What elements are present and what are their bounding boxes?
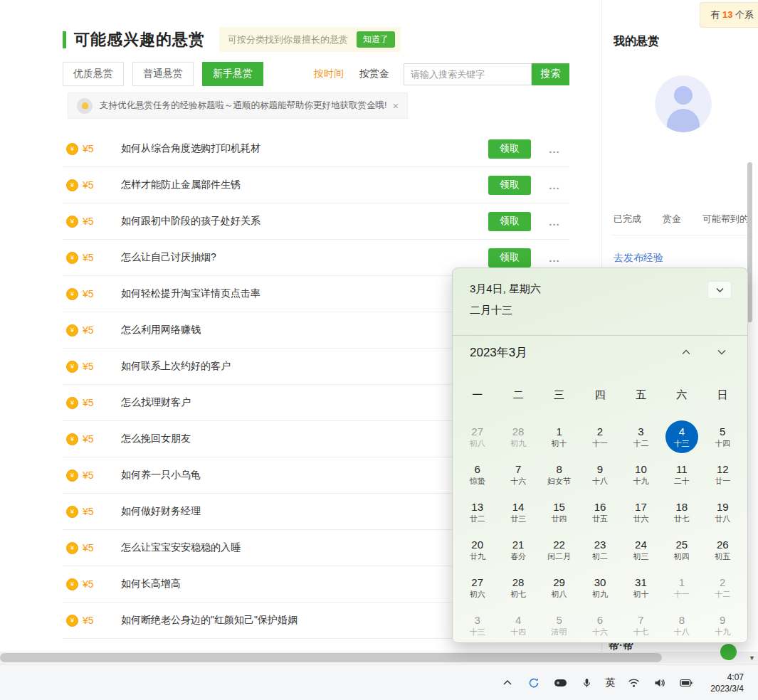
microphone-icon[interactable] [579, 675, 594, 691]
calendar-day-cell[interactable]: 5 清明 [539, 606, 579, 643]
calendar-day-cell[interactable]: 28 初九 [498, 418, 538, 455]
got-it-button[interactable]: 知道了 [357, 31, 395, 48]
calendar-day-cell[interactable]: 22 闰二月 [539, 531, 579, 568]
calendar-day-cell[interactable]: 8 十八 [661, 606, 702, 643]
calendar-collapse-button[interactable] [707, 281, 732, 299]
taskbar-clock[interactable]: 4:07 2023/3/4 [710, 672, 752, 694]
device-icon[interactable] [552, 675, 568, 691]
calendar-prev-button[interactable] [680, 346, 692, 358]
wifi-icon[interactable] [626, 675, 641, 691]
calendar-day-cell[interactable]: 2 十二 [702, 568, 743, 606]
reward-title-link[interactable]: 如何养一只小乌龟 [121, 469, 488, 482]
sync-icon[interactable] [526, 675, 542, 691]
reward-title-link[interactable]: 如何断绝老公身边的"红颜知己"保护婚姻 [121, 614, 488, 627]
calendar-day-cell[interactable]: 15 廿四 [539, 493, 579, 531]
calendar-day-cell[interactable]: 14 廿三 [498, 493, 538, 531]
calendar-day-cell[interactable]: 2 十一 [579, 418, 620, 455]
calendar-day-cell[interactable]: 27 初八 [457, 418, 498, 455]
calendar-day-cell[interactable]: 26 初五 [702, 531, 743, 568]
notification-count: 13 [722, 9, 732, 20]
calendar-day-cell[interactable]: 3 十二 [621, 418, 661, 455]
reward-title-link[interactable]: 如何做好财务经理 [121, 505, 488, 518]
sort-by-time[interactable]: 按时间 [314, 68, 344, 80]
calendar-day-cell[interactable]: 29 初八 [539, 568, 579, 606]
ime-indicator[interactable]: 英 [605, 677, 615, 689]
calendar-day-cell[interactable]: 7 十七 [621, 606, 661, 643]
reward-title-link[interactable]: 如何从综合角度选购打印机耗材 [121, 142, 488, 155]
category-tab[interactable]: 普通悬赏 [132, 62, 194, 86]
reward-title-link[interactable]: 怎么让自己讨厌抽烟? [121, 251, 488, 264]
calendar-day-cell[interactable]: 23 初二 [579, 531, 620, 568]
calendar-day-cell[interactable]: 21 春分 [498, 531, 538, 568]
calendar-day-cell[interactable]: 7 十六 [498, 455, 538, 493]
horizontal-scrollbar[interactable] [0, 652, 758, 664]
volume-icon[interactable] [652, 675, 668, 691]
calendar-day-cell[interactable]: 30 初九 [579, 568, 620, 606]
calendar-day-cell[interactable]: 10 十九 [621, 455, 661, 493]
calendar-day-cell[interactable]: 20 廿九 [457, 531, 498, 568]
calendar-day-cell[interactable]: 18 廿七 [661, 493, 702, 531]
more-button[interactable]: ... [544, 179, 565, 191]
calendar-day-cell[interactable]: 25 初四 [661, 531, 702, 568]
category-tab[interactable]: 优质悬赏 [63, 62, 124, 86]
reward-title-link[interactable]: 怎么利用网络赚钱 [121, 324, 488, 336]
calendar-day-cell[interactable]: 6 惊蛰 [457, 455, 498, 493]
search-input[interactable] [404, 63, 532, 85]
calendar-day-cell[interactable]: 28 初七 [498, 568, 538, 606]
green-badge-icon[interactable] [720, 644, 737, 660]
calendar-day-cell[interactable]: 11 二十 [661, 455, 702, 493]
calendar-day-cell[interactable]: 8 妇女节 [539, 455, 579, 493]
calendar-day-cell[interactable]: 1 初十 [539, 418, 579, 455]
calendar-day-cell[interactable]: 24 初三 [621, 531, 661, 568]
calendar-day-cell[interactable]: 31 初十 [621, 568, 661, 606]
battery-icon[interactable] [678, 675, 694, 691]
reward-title-link[interactable]: 怎么找理财客户 [121, 396, 488, 409]
reward-title-link[interactable]: 如何跟初中阶段的孩子处好关系 [121, 215, 488, 228]
more-button[interactable]: ... [544, 143, 565, 155]
category-tab[interactable]: 新手悬赏 [202, 62, 263, 86]
more-button[interactable]: ... [544, 216, 565, 228]
calendar-day-cell[interactable]: 12 廿一 [702, 455, 743, 493]
calendar-day-cell[interactable]: 13 廿二 [457, 493, 498, 531]
close-icon[interactable]: × [386, 100, 399, 112]
calendar-day-cell[interactable]: 9 十八 [579, 455, 620, 493]
reward-title-link[interactable]: 如何轻松提升淘宝详情页点击率 [121, 287, 488, 300]
scrollbar-down-arrow[interactable]: ▼ [746, 652, 758, 664]
hidden-icons-chevron-icon[interactable] [500, 675, 515, 691]
search-button[interactable]: 搜索 [532, 63, 569, 85]
calendar-day-cell[interactable]: 1 十一 [661, 568, 702, 606]
calendar-day-cell[interactable]: 19 廿八 [702, 493, 743, 531]
reward-title-link[interactable]: 怎么让宝宝安安稳稳的入睡 [121, 541, 488, 554]
reward-title-link[interactable]: 如何联系上次约好的客户 [121, 360, 488, 373]
sidebar-tab[interactable]: 可能帮到的 [702, 213, 749, 226]
calendar-day-cell[interactable]: 16 廿五 [579, 493, 620, 531]
sidebar-tab[interactable]: 赏金 [663, 213, 681, 226]
calendar-day-inner: 5 十四 [706, 420, 739, 453]
claim-button[interactable]: 领取 [488, 139, 531, 159]
sort-by-reward[interactable]: 按赏金 [359, 68, 389, 80]
horizontal-scrollbar-thumb[interactable] [0, 653, 662, 662]
claim-button[interactable]: 领取 [488, 248, 531, 267]
calendar-day-cell[interactable]: 4 十三 [661, 418, 702, 455]
sidebar-tab[interactable]: 已完成 [614, 213, 641, 226]
reward-title-link[interactable]: 怎么挽回女朋友 [121, 433, 488, 445]
calendar-next-button[interactable] [716, 346, 727, 358]
calendar-day-cell[interactable]: 3 十三 [457, 606, 498, 643]
vertical-scrollbar-thumb[interactable] [747, 162, 752, 322]
calendar-day-cell[interactable]: 9 十九 [702, 606, 743, 643]
reward-title-link[interactable]: 如何长高增高 [121, 578, 488, 590]
calendar-day-cell[interactable]: 4 十四 [498, 606, 538, 643]
tip-text: 支持优化悬赏任务的经验标题啦～通顺的标题能帮助你更好地获取赏金哦! [100, 100, 386, 112]
calendar-day-cell[interactable]: 27 初六 [457, 568, 498, 606]
calendar-month-label[interactable]: 2023年3月 [470, 344, 680, 361]
claim-button[interactable]: 领取 [488, 212, 531, 231]
calendar-day-cell[interactable]: 6 十六 [579, 606, 620, 643]
calendar-day-cell[interactable]: 17 廿六 [621, 493, 661, 531]
more-button[interactable]: ... [544, 252, 565, 264]
calendar-day-inner: 12 廿一 [706, 458, 739, 491]
publish-experience-link[interactable]: 去发布经验 [614, 252, 663, 265]
reward-title-link[interactable]: 怎样才能防止金属部件生锈 [121, 179, 488, 191]
claim-button[interactable]: 领取 [488, 176, 531, 195]
calendar-day-cell[interactable]: 5 十四 [702, 418, 743, 455]
system-message-notification[interactable]: 有 13 个系 [700, 2, 758, 28]
